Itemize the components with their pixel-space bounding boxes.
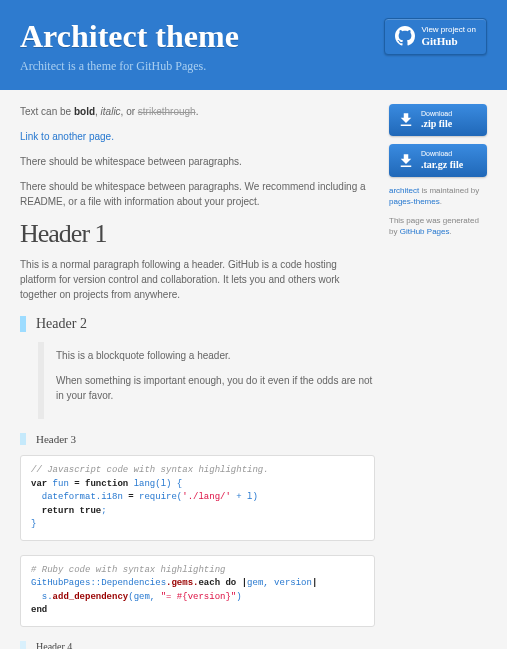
github-pages-link[interactable]: GitHub Pages [400, 227, 450, 236]
text-formatting-demo: Text can be bold, italic, or strikethrou… [20, 104, 375, 119]
generated-note: This page was generated by GitHub Pages. [389, 215, 487, 237]
view-on-github-button[interactable]: View project on GitHub [384, 18, 487, 55]
header-4: Header 4 [20, 641, 375, 650]
download-icon [397, 111, 415, 129]
paragraph: There should be whitespace between parag… [20, 154, 375, 169]
github-button-text: View project on GitHub [421, 25, 476, 48]
header-2: Header 2 [20, 316, 375, 332]
repo-link[interactable]: architect [389, 186, 419, 195]
blockquote: This is a blockquote following a header.… [38, 342, 375, 419]
download-zip-button[interactable]: Download.zip file [389, 104, 487, 136]
github-icon [395, 26, 415, 46]
site-title: Architect theme [20, 18, 239, 55]
code-block-js: // Javascript code with syntax highlight… [20, 455, 375, 541]
title-block: Architect theme Architect is a theme for… [20, 18, 239, 74]
sample-link[interactable]: Link to another page. [20, 131, 114, 142]
download-icon [397, 152, 415, 170]
sidebar: Download.zip file Download.tar.gz file a… [389, 104, 487, 649]
header-1: Header 1 [20, 219, 375, 249]
paragraph: There should be whitespace between parag… [20, 179, 375, 209]
header-3: Header 3 [20, 433, 375, 445]
main-content: Text can be bold, italic, or strikethrou… [20, 104, 375, 649]
page-header: Architect theme Architect is a theme for… [0, 0, 507, 90]
paragraph: This is a normal paragraph following a h… [20, 257, 375, 302]
code-block-ruby: # Ruby code with syntax highlighting Git… [20, 555, 375, 627]
maintainer-note: architect is maintained by pages-themes. [389, 185, 487, 207]
owner-link[interactable]: pages-themes [389, 197, 440, 206]
site-tagline: Architect is a theme for GitHub Pages. [20, 59, 239, 74]
download-tar-button[interactable]: Download.tar.gz file [389, 144, 487, 176]
